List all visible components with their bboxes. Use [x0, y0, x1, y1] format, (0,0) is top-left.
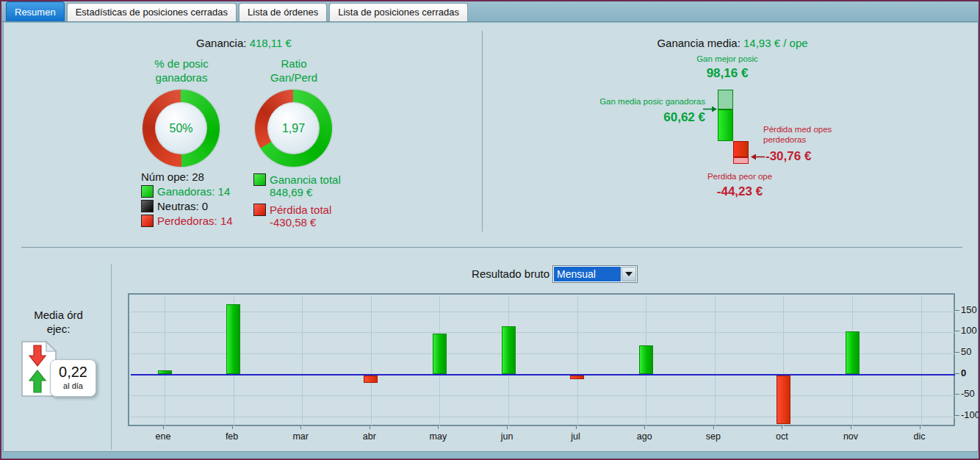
horizontal-gridline: [131, 312, 955, 312]
month-label: jul: [554, 431, 598, 442]
winners-donut-chart: 50%: [143, 90, 220, 167]
winners-donut-value: 50%: [169, 122, 192, 135]
vertical-gridline: [577, 296, 578, 426]
period-select[interactable]: Mensual: [552, 265, 638, 283]
total-gain-label: Ganancia total: [270, 173, 341, 186]
media-value: 0,22: [51, 364, 96, 381]
avg-win-bar: [718, 109, 733, 141]
tab-lista-posiciones-cerradas[interactable]: Lista de posiciones cerradas: [329, 3, 468, 21]
media-unit: al día: [51, 381, 96, 390]
vertical-gridline: [921, 296, 922, 426]
horizontal-gridline: [131, 395, 955, 396]
period-selected-value: Mensual: [554, 267, 621, 281]
worst-position-bar: [733, 157, 749, 165]
ratio-donut-chart: 1,97: [255, 90, 332, 167]
avg-gain-title: Ganancia media: 14,93 € / ope: [586, 37, 879, 49]
month-label: jun: [485, 431, 529, 442]
vertical-gridline: [715, 296, 716, 426]
media-value-box: 0,22 al día: [50, 359, 96, 397]
y-axis-tick: [955, 394, 959, 395]
month-label: nov: [829, 431, 873, 442]
best-position-value: 98,16 €: [670, 66, 785, 81]
gain-label: Ganancia:: [196, 37, 246, 49]
winners-donut-title-line2: ganadoras: [126, 71, 237, 85]
losers-swatch-icon: [141, 215, 154, 227]
y-axis-label: -100: [961, 409, 980, 420]
month-tick: [438, 426, 439, 429]
month-bar-ago: [639, 345, 653, 374]
total-loss-swatch-icon: [253, 204, 266, 216]
month-bar-nov: [846, 331, 860, 375]
chart-left-divider: [111, 264, 112, 450]
month-label: abr: [347, 431, 392, 442]
winners-donut-title: % de posic ganadoras: [126, 57, 237, 85]
ratio-donut-value: 1,97: [282, 122, 305, 135]
winners-count: Ganadoras: 14: [157, 185, 230, 198]
total-loss-label: Pérdida total: [270, 204, 331, 216]
monthly-bar-chart: [128, 293, 955, 426]
month-label: feb: [210, 431, 254, 442]
horizontal-gridline: [131, 353, 955, 354]
y-axis-label: 0: [961, 367, 966, 378]
y-axis-tick: [955, 352, 959, 353]
month-tick: [232, 426, 233, 429]
avg-loss-value: -30,76 €: [765, 149, 883, 164]
y-axis-tick: [955, 415, 959, 416]
avg-loss-bar: [733, 141, 749, 157]
month-label: may: [416, 431, 460, 442]
month-tick: [576, 426, 577, 429]
tab-bar: Resumen Estadísticas de posiciones cerra…: [1, 1, 979, 22]
gain-title: Ganancia: 418,11 €: [134, 37, 354, 49]
winners-swatch-icon: [141, 185, 154, 198]
media-ord-label: Media órd ejec:: [16, 308, 101, 336]
y-axis-label: 50: [961, 346, 971, 357]
dropdown-arrow-icon[interactable]: [621, 267, 636, 281]
vertical-gridline: [371, 296, 372, 426]
total-gain: Ganancia total 848,69 €: [270, 173, 341, 198]
month-label: ene: [141, 431, 185, 442]
month-bar-ene: [158, 370, 172, 375]
best-position-bar: [718, 90, 733, 109]
month-bar-abr: [364, 375, 378, 384]
arrow-left-icon: [751, 153, 765, 161]
avg-loss-label-line1: Pérdida med opes: [763, 124, 873, 134]
best-position-label: Gan mejor posic: [670, 54, 785, 63]
month-bar-oct: [777, 375, 790, 425]
ratio-donut-title-line1: Ratio: [239, 57, 349, 71]
month-tick: [920, 426, 920, 429]
ratio-donut-hole: 1,97: [267, 102, 320, 154]
month-label: dic: [898, 431, 942, 442]
y-axis-tick: [955, 331, 959, 331]
month-bar-may: [433, 334, 447, 374]
y-axis-label: 100: [961, 325, 977, 336]
avg-loss-label-line2: perdedoras: [763, 134, 873, 145]
top-panels-divider: [482, 31, 483, 231]
num-ops-label: Núm ope: 28: [141, 170, 259, 183]
month-bar-jul: [570, 375, 584, 380]
vertical-gridline: [165, 296, 165, 426]
total-gain-value: 848,69 €: [270, 186, 312, 198]
month-label: ago: [622, 431, 666, 442]
month-label: sep: [691, 431, 735, 442]
neutral-count: Neutras: 0: [157, 200, 208, 212]
month-label: mar: [278, 431, 323, 442]
tab-lista-ordenes[interactable]: Lista de órdenes: [239, 3, 327, 21]
vertical-gridline: [302, 296, 303, 426]
month-bar-jun: [502, 326, 516, 375]
month-tick: [370, 426, 370, 429]
y-axis-label: 150: [961, 304, 977, 315]
month-bar-feb: [226, 304, 240, 374]
sections-divider: [21, 247, 962, 248]
ratio-donut-title-line2: Gan/Perd: [239, 71, 349, 85]
total-loss-value: -430,58 €: [270, 216, 316, 229]
trading-statistics-window: Resumen Estadísticas de posiciones cerra…: [0, 0, 980, 460]
gain-value: 418,11 €: [250, 37, 292, 49]
neutral-swatch-icon: [141, 200, 154, 212]
losers-count: Perdedoras: 14: [157, 215, 233, 227]
operations-legend: Núm ope: 28 Ganadoras: 14 Neutras: 0 Per…: [141, 170, 259, 227]
worst-position-value: -44,23 €: [666, 184, 813, 199]
month-tick: [300, 426, 301, 429]
tab-resumen[interactable]: Resumen: [6, 1, 65, 21]
month-tick: [163, 426, 164, 429]
tab-estadisticas-posiciones-cerradas[interactable]: Estadísticas de posiciones cerradas: [67, 3, 237, 21]
